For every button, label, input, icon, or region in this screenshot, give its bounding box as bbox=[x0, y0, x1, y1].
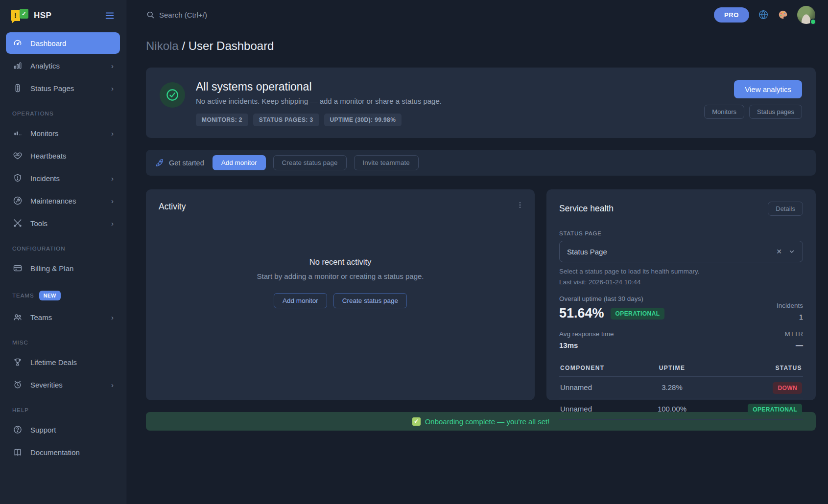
main-area: Search (Ctrl+/) PRO Nikola / User Dashbo… bbox=[126, 0, 828, 504]
search-input[interactable]: Search (Ctrl+/) bbox=[146, 10, 207, 19]
monitors-chip: MONITORS: 2 bbox=[196, 114, 248, 126]
user-avatar[interactable] bbox=[797, 6, 815, 24]
empty-state-title: No recent activity bbox=[309, 257, 372, 267]
avg-response-label: Avg response time bbox=[559, 330, 614, 338]
sidebar-item-label: Dashboard bbox=[30, 39, 114, 47]
uptime-status-badge: OPERATIONAL bbox=[611, 308, 665, 320]
view-analytics-button[interactable]: View analytics bbox=[734, 80, 802, 98]
status-pages-button[interactable]: Status pages bbox=[749, 105, 802, 119]
component-name: Unnamed bbox=[559, 377, 644, 398]
new-badge: NEW bbox=[39, 291, 61, 300]
credit-card-icon bbox=[12, 263, 23, 273]
empty-create-status-page-button[interactable]: Create status page bbox=[333, 293, 407, 308]
sidebar-item-incidents[interactable]: Incidents › bbox=[6, 167, 120, 189]
sidebar-item-dashboard[interactable]: Dashboard bbox=[6, 32, 120, 54]
select-helper-text: Select a status page to load its health … bbox=[559, 268, 803, 275]
hero-title: All systems operational bbox=[196, 80, 442, 93]
globe-icon[interactable] bbox=[758, 9, 769, 20]
activity-card: Activity No recent activity Start by add… bbox=[146, 189, 535, 400]
uptime-value: 51.64% bbox=[559, 306, 604, 321]
breadcrumb-separator: / bbox=[182, 39, 185, 52]
chevron-right-icon: › bbox=[111, 62, 114, 70]
users-icon bbox=[12, 312, 23, 322]
component-column-header: COMPONENT bbox=[559, 360, 644, 377]
get-started-bar: Get started Add monitor Create status pa… bbox=[146, 150, 816, 176]
tools-icon bbox=[12, 218, 23, 228]
wrench-circle-icon bbox=[12, 196, 23, 206]
alarm-clock-icon bbox=[12, 380, 23, 389]
bar-chart-icon bbox=[12, 61, 23, 70]
empty-add-monitor-button[interactable]: Add monitor bbox=[274, 293, 327, 308]
sidebar-item-label: Billing & Plan bbox=[30, 264, 114, 273]
chevron-down-icon[interactable] bbox=[788, 248, 795, 255]
sidebar-item-billing[interactable]: Teams Billing & Plan bbox=[6, 257, 120, 279]
sidebar-item-teams[interactable]: Teams › bbox=[6, 306, 120, 328]
kebab-menu-icon[interactable] bbox=[516, 201, 524, 209]
sidebar-item-label: Status Pages bbox=[30, 84, 104, 92]
mttr-value: — bbox=[785, 341, 804, 349]
chevron-right-icon: › bbox=[111, 219, 114, 228]
sidebar-item-label: Incidents bbox=[30, 174, 104, 183]
sidebar-item-label: Analytics bbox=[30, 62, 104, 70]
sidebar-item-label: Lifetime Deals bbox=[30, 358, 114, 367]
pro-badge[interactable]: PRO bbox=[714, 7, 749, 23]
sidebar-section-configuration: CONFIGURATION bbox=[12, 246, 114, 252]
incidents-label: Incidents bbox=[777, 302, 803, 309]
sidebar-item-lifetime-deals[interactable]: Lifetime Deals bbox=[6, 351, 120, 373]
details-button[interactable]: Details bbox=[768, 202, 803, 216]
empty-state-subtitle: Start by adding a monitor or creating a … bbox=[257, 272, 424, 280]
sidebar-item-analytics[interactable]: Analytics › bbox=[6, 55, 120, 76]
sidebar-item-tools[interactable]: Tools › bbox=[6, 212, 120, 234]
add-monitor-button[interactable]: Add monitor bbox=[213, 155, 266, 170]
brand[interactable]: HSP bbox=[11, 9, 51, 23]
sidebar-item-status-pages[interactable]: Status Pages › bbox=[6, 77, 120, 99]
sidebar-item-support[interactable]: Support bbox=[6, 419, 120, 440]
search-placeholder: Search (Ctrl+/) bbox=[159, 11, 207, 19]
sidebar-section-misc: MISC bbox=[12, 340, 114, 345]
avg-response-value: 13ms bbox=[559, 341, 614, 349]
status-hero-card: All systems operational No active incide… bbox=[146, 68, 816, 138]
sidebar-item-severities[interactable]: Severities › bbox=[6, 374, 120, 395]
breadcrumb-parent[interactable]: Nikola bbox=[146, 39, 179, 52]
incidents-value: 1 bbox=[777, 313, 803, 321]
component-uptime: 100.00% bbox=[644, 398, 700, 420]
sidebar-item-monitors[interactable]: Monitors › bbox=[6, 122, 120, 144]
brand-name: HSP bbox=[34, 11, 51, 21]
sidebar-item-label: Heartbeats bbox=[30, 152, 114, 160]
breadcrumb-current: User Dashboard bbox=[189, 39, 274, 52]
book-icon bbox=[12, 447, 23, 457]
check-emoji-icon bbox=[412, 417, 421, 426]
search-icon bbox=[146, 10, 155, 19]
check-circle-icon bbox=[160, 82, 185, 108]
monitors-button[interactable]: Monitors bbox=[704, 105, 744, 119]
sidebar-item-heartbeats[interactable]: Heartbeats bbox=[6, 145, 120, 166]
hero-body: All systems operational No active incide… bbox=[196, 80, 442, 126]
sidebar-section-teams: TEAMS NEW bbox=[12, 291, 114, 300]
service-health-card: Service health Details STATUS PAGE Statu… bbox=[546, 189, 816, 400]
topbar: Search (Ctrl+/) PRO bbox=[126, 0, 828, 29]
sidebar-section-operations: OPERATIONS bbox=[12, 111, 114, 116]
hsp-logo-icon bbox=[11, 9, 28, 23]
hamburger-menu-icon[interactable] bbox=[104, 10, 115, 21]
sidebar: HSP Dashboard Analytics › Status Pages ›… bbox=[0, 0, 126, 504]
sidebar-item-label: Support bbox=[30, 426, 114, 434]
palette-icon[interactable] bbox=[778, 9, 788, 20]
hero-subtitle: No active incidents. Keep shipping — add… bbox=[196, 97, 442, 105]
table-row: Unnamed 100.00% OPERATIONAL bbox=[559, 398, 803, 420]
hero-actions: View analytics Monitors Status pages bbox=[704, 80, 802, 126]
hero-chips: MONITORS: 2 STATUS PAGES: 3 UPTIME (30D)… bbox=[196, 114, 442, 126]
status-badge: DOWN bbox=[773, 382, 802, 394]
chevron-right-icon: › bbox=[111, 129, 114, 137]
chevron-right-icon: › bbox=[111, 174, 114, 183]
invite-teammate-button[interactable]: Invite teammate bbox=[354, 155, 419, 170]
sidebar-item-documentation[interactable]: Documentation bbox=[6, 441, 120, 463]
gauge-icon bbox=[12, 38, 23, 48]
sidebar-item-maintenances[interactable]: Maintenances › bbox=[6, 190, 120, 211]
get-started-label: Get started bbox=[155, 159, 204, 167]
clear-selection-icon[interactable] bbox=[776, 248, 782, 255]
sidebar-item-label: Maintenances bbox=[30, 197, 104, 205]
status-page-select[interactable]: Status Page bbox=[559, 241, 803, 262]
topbar-right: PRO bbox=[714, 6, 815, 24]
activity-empty-state: No recent activity Start by adding a mon… bbox=[159, 212, 522, 388]
create-status-page-button[interactable]: Create status page bbox=[273, 155, 347, 170]
